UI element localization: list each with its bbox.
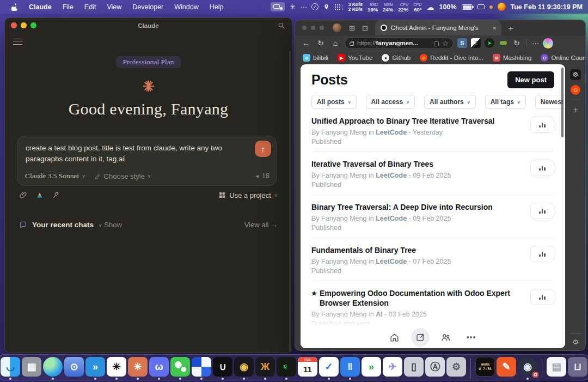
address-bar[interactable]: https://fanyangmen... ▢ ☆: [345, 38, 454, 49]
dock-postman[interactable]: ✎: [496, 357, 517, 380]
dock-1password[interactable]: ⊙: [64, 357, 84, 380]
show-toggle[interactable]: ∨Show: [99, 221, 122, 229]
dock-finder[interactable]: ◡: [0, 357, 21, 380]
menu-help[interactable]: Help: [205, 2, 229, 12]
filter-all-posts[interactable]: All posts∨: [311, 95, 357, 109]
style-selector[interactable]: Choose style∨: [94, 172, 151, 180]
post-row[interactable]: Binary Tree Traversal: A Deep Dive into …: [311, 195, 554, 238]
dock-ticktick[interactable]: ✓: [318, 357, 339, 380]
menu-edit[interactable]: Edit: [79, 2, 101, 12]
menubar-app-name[interactable]: Claude: [24, 2, 57, 12]
dock-calendar[interactable]: FEB11: [297, 357, 318, 380]
bookmark-reddit-dive-into[interactable]: ☺ Reddit - Dive into...: [420, 54, 483, 62]
tab-actions-icon[interactable]: ⊟: [362, 24, 368, 32]
view-all-link[interactable]: View all →: [244, 221, 278, 229]
dock-discord[interactable]: ω: [149, 357, 169, 380]
dock-obs[interactable]: ◉: [517, 357, 538, 380]
post-row[interactable]: Fundamentals of Binary Tree By Fanyang M…: [311, 238, 554, 281]
connector-plug-icon[interactable]: [52, 191, 60, 199]
chatgpt-menubar-icon[interactable]: ✳: [290, 3, 295, 11]
extension-cookie-icon[interactable]: ↻: [512, 38, 522, 48]
dock-iphone-mirroring[interactable]: ▯: [403, 357, 424, 380]
mem-stat[interactable]: MEM24%: [383, 2, 393, 12]
minimize-window-button[interactable]: [311, 26, 315, 30]
menubar-clock[interactable]: Tue Feb 11 9:30:19 PM: [511, 3, 583, 11]
new-tab-button[interactable]: +: [509, 23, 513, 33]
dock-documents[interactable]: ▤: [546, 357, 567, 380]
dock-rocket-app[interactable]: ✈: [382, 357, 403, 380]
firefox-icon[interactable]: [498, 3, 506, 11]
bookmark-github[interactable]: ● Github: [382, 54, 411, 62]
dock-butterfly-app[interactable]: Ж: [255, 357, 275, 380]
screen-sharing-icon[interactable]: [271, 2, 285, 11]
copilot-avatar-icon[interactable]: [543, 38, 553, 48]
check-circle-icon[interactable]: ✓: [311, 3, 318, 10]
attach-file-icon[interactable]: [19, 191, 28, 199]
dock-launchpad[interactable]: ▦: [21, 357, 42, 380]
dock-app-store[interactable]: Ⓐ: [425, 357, 445, 380]
dock-black-ring-app[interactable]: ∪: [212, 357, 233, 380]
model-selector[interactable]: Claude 3.5 Sonnet∨: [25, 172, 85, 180]
extension-green-icon[interactable]: [498, 38, 508, 48]
post-row[interactable]: Unified Approach to Binary Tree Iterativ…: [311, 109, 554, 152]
extension-cursor-icon[interactable]: ➤: [485, 38, 494, 48]
claude-titlebar[interactable]: Claude: [5, 18, 292, 33]
location-pin-icon[interactable]: [323, 3, 329, 10]
filter-all-tags[interactable]: All tags∨: [485, 95, 526, 109]
sidebar-settings-icon[interactable]: ⚙: [572, 338, 579, 346]
menu-developer[interactable]: Developer: [127, 2, 168, 12]
refresh-button[interactable]: ↻: [315, 39, 326, 47]
dock-chatgpt[interactable]: ✳: [106, 357, 127, 380]
composer-input[interactable]: create a test blog post, title is test f…: [17, 136, 276, 164]
search-icon[interactable]: [278, 22, 285, 29]
bookmark-mashibing[interactable]: M Mashibing: [493, 54, 531, 62]
browser-profile-avatar[interactable]: [333, 23, 341, 32]
post-row[interactable]: Iterative Traversal of Binary Trees By F…: [311, 152, 554, 195]
dock-vscode[interactable]: »: [85, 357, 106, 380]
close-window-button[interactable]: [302, 26, 307, 30]
dock-terminal[interactable]: $▏: [276, 357, 297, 380]
nav-compose-icon[interactable]: [411, 328, 430, 347]
dock-trash[interactable]: ⊔: [567, 357, 588, 380]
dock-edge-browser[interactable]: [42, 357, 63, 380]
cpu-stat[interactable]: CPU22%: [398, 2, 408, 12]
filter-all-authors[interactable]: All authors∨: [424, 95, 476, 109]
menu-window[interactable]: Window: [169, 2, 203, 12]
dock-warn-clock-widget[interactable]: WARNW 7:36: [475, 357, 495, 380]
ssd-stat[interactable]: SSD19%: [367, 2, 378, 12]
favorite-star-icon[interactable]: ☆: [442, 39, 449, 47]
post-analytics-button[interactable]: [530, 117, 554, 133]
post-analytics-button[interactable]: [530, 160, 554, 176]
dock-trello[interactable]: ‖: [340, 357, 360, 380]
back-button[interactable]: ←: [301, 39, 311, 47]
use-project-dropdown[interactable]: Use a project∨: [218, 191, 278, 199]
content-scrollbar[interactable]: [561, 68, 564, 137]
menu-view[interactable]: View: [102, 2, 126, 12]
send-button[interactable]: ↑: [255, 141, 271, 157]
active-tab[interactable]: Ghost Admin - Fanyang Meng's ×: [375, 20, 501, 35]
sidebar-extension-icon[interactable]: ⚙: [570, 69, 581, 80]
bookmark-bilibili[interactable]: b bilibili: [303, 54, 328, 62]
post-analytics-button[interactable]: [530, 289, 554, 305]
claude-scrollbar[interactable]: [289, 51, 291, 351]
new-post-button[interactable]: New post: [507, 71, 554, 88]
reading-mode-icon[interactable]: ▢: [433, 40, 439, 47]
toolbar-more-icon[interactable]: ⋯: [532, 39, 539, 47]
workspaces-icon[interactable]: ⊞: [349, 24, 355, 32]
more-dots-icon[interactable]: ⋯: [300, 3, 307, 11]
composer[interactable]: create a test blog post, title is test f…: [17, 136, 277, 186]
dock-system-settings[interactable]: ⚙: [446, 357, 467, 380]
battery-icon[interactable]: [462, 4, 473, 10]
filter-all-access[interactable]: All access∨: [366, 95, 415, 109]
cloud-icon[interactable]: ☁: [427, 3, 434, 11]
apple-menu[interactable]: [7, 2, 23, 12]
sidebar-toggle-icon[interactable]: [13, 39, 22, 45]
dock-bee-app[interactable]: ◉: [234, 357, 254, 380]
istat-menus-icon[interactable]: ↑↓: [334, 4, 343, 10]
quota-counter[interactable]: ➤18: [255, 172, 270, 180]
dock-blue-quadrant-app[interactable]: [191, 357, 212, 380]
nav-more-icon[interactable]: •••: [462, 328, 481, 347]
bookmark-youtube[interactable]: ▶ YouTube: [338, 54, 372, 62]
post-analytics-button[interactable]: [530, 246, 554, 262]
tab-close-icon[interactable]: ×: [492, 24, 497, 32]
